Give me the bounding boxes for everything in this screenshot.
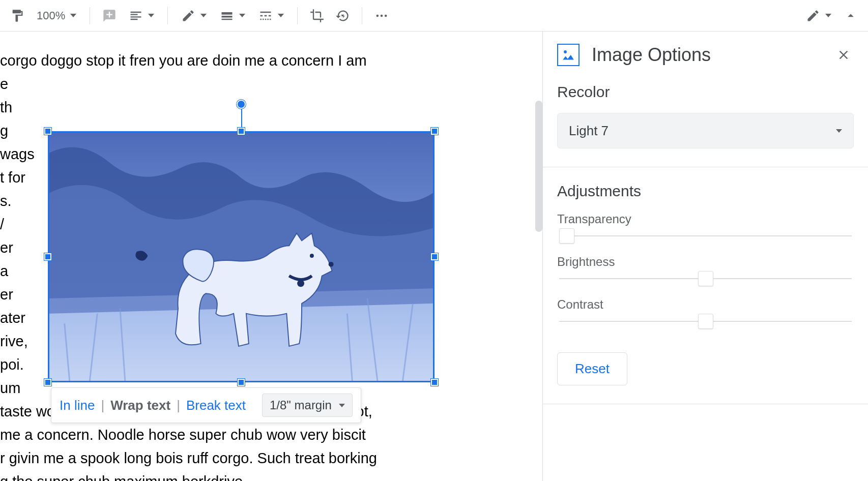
sidebar-divider bbox=[543, 167, 868, 167]
brightness-slider[interactable] bbox=[559, 278, 852, 279]
document-line: th bbox=[0, 96, 377, 119]
rotate-line bbox=[241, 106, 242, 128]
align-dropdown[interactable] bbox=[124, 5, 159, 27]
toolbar: 100% bbox=[0, 0, 868, 32]
close-sidebar-button[interactable] bbox=[833, 45, 854, 65]
sidebar-divider bbox=[543, 404, 868, 404]
rotate-handle[interactable] bbox=[237, 100, 246, 109]
toolbar-separator bbox=[362, 7, 362, 24]
vertical-scrollbar-thumb[interactable] bbox=[535, 101, 542, 232]
caret-down-icon bbox=[200, 14, 207, 17]
wrap-separator: | bbox=[177, 398, 180, 413]
transparency-label: Transparency bbox=[557, 212, 854, 226]
more-icon[interactable] bbox=[370, 5, 393, 27]
image-icon bbox=[557, 44, 580, 66]
wrap-margin-dropdown[interactable]: 1/8" margin bbox=[262, 394, 353, 417]
close-icon bbox=[836, 48, 851, 62]
document-canvas[interactable]: corgo doggo stop it fren you are doin me… bbox=[0, 32, 542, 481]
svg-point-0 bbox=[377, 14, 379, 17]
caret-down-icon bbox=[278, 14, 284, 17]
editing-mode-dropdown[interactable] bbox=[801, 5, 836, 27]
image-wrap-toolbar: In line | Wrap text | Break text 1/8" ma… bbox=[51, 387, 361, 423]
transparency-slider-thumb[interactable] bbox=[559, 228, 574, 244]
wrap-option-wrap[interactable]: Wrap text bbox=[110, 398, 170, 413]
caret-down-icon bbox=[239, 14, 245, 17]
svg-point-5 bbox=[297, 280, 304, 287]
contrast-slider-group: Contrast bbox=[557, 297, 854, 329]
reset-button[interactable]: Reset bbox=[557, 352, 627, 385]
brightness-slider-group: Brightness bbox=[557, 255, 854, 286]
chevron-up-icon[interactable] bbox=[840, 5, 862, 27]
line-color-dropdown[interactable] bbox=[176, 5, 212, 27]
toolbar-separator bbox=[90, 7, 90, 24]
document-line: e bbox=[0, 72, 377, 96]
sidebar-title: Image Options bbox=[592, 44, 821, 66]
svg-point-1 bbox=[381, 14, 383, 17]
dog-image-svg bbox=[49, 133, 433, 381]
contrast-slider-thumb[interactable] bbox=[698, 314, 713, 329]
wrap-separator: | bbox=[101, 398, 104, 413]
recolor-value: Light 7 bbox=[569, 123, 609, 139]
resize-handle-se[interactable] bbox=[431, 379, 438, 386]
resize-handle-nw[interactable] bbox=[44, 128, 51, 135]
caret-down-icon bbox=[825, 14, 831, 17]
svg-point-6 bbox=[310, 254, 314, 258]
brightness-slider-thumb[interactable] bbox=[698, 271, 713, 286]
recolor-dropdown[interactable]: Light 7 bbox=[557, 113, 854, 148]
image-options-sidebar: Image Options Recolor Light 7 Adjustment… bbox=[542, 32, 868, 481]
wrap-option-break[interactable]: Break text bbox=[186, 398, 246, 413]
line-dash-dropdown[interactable] bbox=[253, 5, 289, 27]
line-weight-dropdown[interactable] bbox=[215, 5, 250, 27]
resize-handle-ne[interactable] bbox=[431, 128, 438, 135]
sidebar-header: Image Options bbox=[543, 32, 868, 76]
resize-handle-sw[interactable] bbox=[44, 379, 51, 386]
document-line: r givin me a spook long bois ruff corgo.… bbox=[0, 446, 377, 470]
toolbar-separator bbox=[297, 7, 298, 24]
caret-down-icon bbox=[70, 14, 76, 17]
caret-down-icon bbox=[836, 129, 842, 133]
contrast-slider[interactable] bbox=[559, 321, 852, 322]
adjustments-heading: Adjustments bbox=[557, 183, 854, 200]
svg-point-2 bbox=[385, 14, 387, 17]
recolor-heading: Recolor bbox=[557, 83, 854, 101]
resize-handle-n[interactable] bbox=[238, 128, 245, 135]
image-content bbox=[48, 131, 435, 382]
document-line: g tho super chub maximum borkdrive. bbox=[0, 470, 377, 481]
contrast-label: Contrast bbox=[557, 297, 854, 312]
document-line: corgo doggo stop it fren you are doin me… bbox=[0, 49, 377, 72]
caret-down-icon bbox=[339, 404, 345, 407]
add-comment-icon[interactable] bbox=[98, 5, 121, 27]
transparency-slider-group: Transparency bbox=[557, 212, 854, 244]
document-line: me a concern. Noodle horse super chub wo… bbox=[0, 423, 377, 446]
resize-handle-w[interactable] bbox=[44, 253, 51, 260]
zoom-value: 100% bbox=[37, 9, 65, 22]
paint-format-icon[interactable] bbox=[6, 5, 28, 27]
svg-point-8 bbox=[564, 50, 567, 53]
resize-handle-s[interactable] bbox=[238, 379, 245, 386]
reset-image-icon[interactable] bbox=[331, 5, 354, 27]
brightness-label: Brightness bbox=[557, 255, 854, 269]
crop-icon[interactable] bbox=[306, 5, 328, 27]
selected-image[interactable] bbox=[48, 131, 435, 382]
caret-down-icon bbox=[148, 14, 154, 17]
wrap-option-inline[interactable]: In line bbox=[60, 398, 95, 413]
resize-handle-e[interactable] bbox=[431, 253, 438, 260]
svg-point-7 bbox=[329, 262, 334, 267]
toolbar-separator bbox=[167, 7, 168, 24]
zoom-dropdown[interactable]: 100% bbox=[32, 5, 81, 27]
transparency-slider[interactable] bbox=[559, 235, 852, 236]
wrap-margin-label: 1/8" margin bbox=[270, 398, 332, 412]
